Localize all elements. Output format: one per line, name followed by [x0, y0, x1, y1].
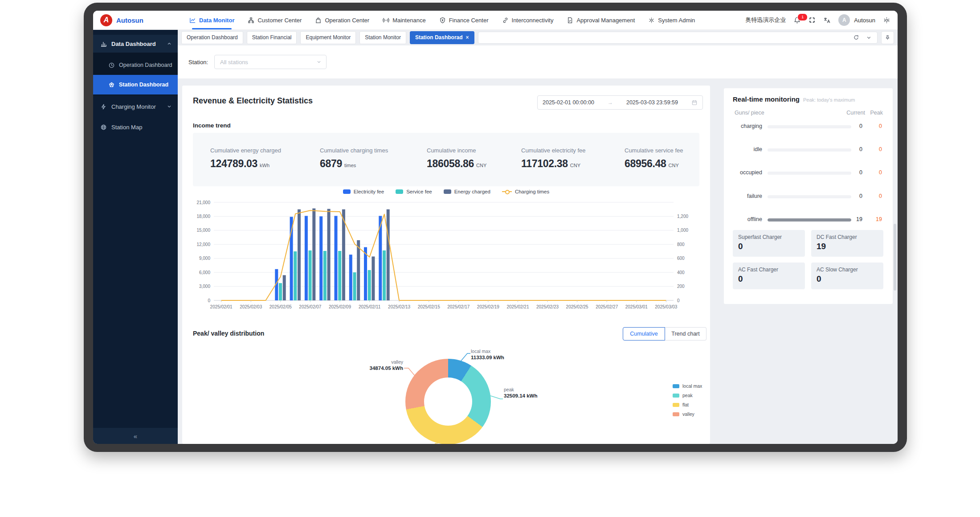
station-filter-label: Station: — [188, 45, 208, 78]
swatch-icon — [396, 189, 403, 194]
tab-options-button[interactable] — [866, 35, 872, 41]
pin-icon — [885, 35, 890, 41]
card-ac-slow-charger: AC Slow Charger 0 — [811, 263, 883, 289]
monitor-row-occupied: occupied 0 0 — [724, 169, 893, 177]
stat-income: Cumulative income 186058.86CNY — [427, 147, 486, 170]
fullscreen-button[interactable] — [808, 16, 816, 24]
tab-station-dashboard[interactable]: Station Dashborad × — [410, 31, 474, 44]
monitoring-title: Real-time monitoring — [733, 95, 800, 103]
chevron-down-icon — [866, 35, 872, 41]
gem-icon — [108, 82, 115, 88]
sidebar-item-charging-monitor[interactable]: Charging Monitor — [93, 97, 178, 116]
legend-service-fee[interactable]: Service fee — [396, 189, 432, 194]
stat-electricity-fee: Cumulative electricity fee 117102.38CNY — [521, 147, 586, 170]
legend-local-max[interactable]: local max — [673, 383, 702, 389]
tab-station-monitor[interactable]: Station Monitor — [359, 31, 406, 44]
svg-text:2025/02/15: 2025/02/15 — [418, 304, 440, 309]
station-select-placeholder: All stations — [220, 59, 248, 66]
chevron-down-icon — [167, 104, 172, 109]
tab-station-financial[interactable]: Station Financial — [247, 31, 297, 44]
navbar-right-cluster: 奥特迅演示企业 1 A Autosun — [745, 11, 890, 29]
nav-item-operation-center[interactable]: Operation Center — [315, 11, 369, 29]
chevron-up-icon — [167, 41, 172, 46]
svg-text:2025/02/23: 2025/02/23 — [536, 304, 559, 309]
svg-text:2025/02/17: 2025/02/17 — [447, 304, 470, 309]
bag-icon — [315, 17, 322, 24]
close-icon[interactable]: × — [466, 34, 469, 41]
nav-item-customer-center[interactable]: Customer Center — [248, 11, 302, 29]
peak-valley-title: Peak/ valley distribution — [193, 330, 264, 337]
legend-peak[interactable]: peak — [673, 393, 702, 398]
tab-toolbar — [478, 32, 878, 44]
callout-valley: valley 34874.05 kWh — [343, 359, 403, 371]
svg-text:800: 800 — [677, 242, 685, 247]
stat-energy-charged: Cumulative energy charged 124789.03kWh — [210, 147, 281, 170]
svg-text:600: 600 — [677, 256, 685, 261]
legend-flat[interactable]: flat — [673, 402, 702, 407]
income-trend-chart: 003,0002006,0004009,00060012,00080015,00… — [185, 198, 702, 315]
trend-chart-button[interactable]: Trend chart — [665, 327, 706, 341]
sidebar-item-operation-dashboard[interactable]: Operation Dashboard — [93, 55, 178, 75]
gear-icon — [883, 16, 890, 24]
fullscreen-icon — [808, 16, 816, 24]
clock-pie-icon — [108, 62, 115, 69]
notification-bell[interactable]: 1 — [793, 16, 801, 24]
gear-icon — [648, 17, 655, 24]
nav-item-interconnectivity[interactable]: Interconnectivity — [502, 11, 554, 29]
date-range-picker[interactable]: 2025-02-01 00:00:00 → 2025-03-03 23:59:5… — [537, 95, 703, 110]
nav-item-maintenance[interactable]: Maintenance — [383, 11, 425, 29]
swatch-icon — [673, 384, 679, 388]
nav-item-approval-management[interactable]: Approval Management — [567, 11, 635, 29]
svg-text:400: 400 — [677, 270, 685, 275]
settings-button[interactable] — [883, 16, 890, 24]
progress-bar — [768, 172, 851, 175]
station-select[interactable]: All stations — [214, 55, 327, 69]
top-navbar: A Autosun Data Monitor Customer Center O… — [93, 11, 898, 30]
date-end: 2025-03-03 23:59:59 — [626, 99, 678, 106]
refresh-button[interactable] — [853, 34, 859, 41]
income-trend-title: Income trend — [193, 122, 231, 129]
calendar-icon — [691, 99, 698, 106]
logo-icon: A — [100, 14, 112, 26]
language-button[interactable] — [823, 16, 831, 24]
sidebar-item-station-dashboard[interactable]: Station Dashborad — [93, 75, 178, 94]
svg-text:15,000: 15,000 — [196, 228, 210, 233]
sitemap-icon — [248, 17, 254, 24]
svg-text:0: 0 — [677, 298, 680, 303]
cumulative-button[interactable]: Cumulative — [623, 327, 665, 341]
monitoring-header: Guns/ piece Current Peak — [724, 110, 893, 117]
pin-button[interactable] — [881, 31, 894, 44]
svg-text:3,000: 3,000 — [199, 284, 210, 289]
sidebar-collapse-button[interactable]: « — [93, 428, 178, 444]
monitor-row-idle: idle 0 0 — [724, 146, 893, 154]
tab-equipment-monitor[interactable]: Equipment Monitor — [300, 31, 356, 44]
svg-text:2025/02/09: 2025/02/09 — [329, 304, 351, 309]
svg-text:12,000: 12,000 — [196, 242, 210, 247]
tab-operation-dashboard[interactable]: Operation Dashboard — [181, 31, 243, 44]
progress-bar — [768, 218, 851, 222]
user-avatar[interactable]: A — [838, 14, 850, 26]
sidebar-item-station-map[interactable]: Station Map — [93, 118, 178, 136]
svg-text:21,000: 21,000 — [196, 200, 210, 205]
translate-icon — [823, 16, 831, 24]
nav-item-system-admin[interactable]: System Admin — [648, 11, 695, 29]
income-chart-legend: Electricity fee Service fee Energy charg… — [182, 189, 710, 194]
brand-logo[interactable]: A Autosun — [100, 11, 143, 29]
nav-item-finance-center[interactable]: Finance Center — [439, 11, 489, 29]
nav-item-data-monitor[interactable]: Data Monitor — [189, 11, 234, 29]
legend-electricity-fee[interactable]: Electricity fee — [343, 189, 384, 194]
svg-text:2025/02/27: 2025/02/27 — [596, 304, 618, 309]
signal-icon — [383, 17, 389, 24]
legend-charging-times[interactable]: Charging times — [502, 189, 549, 194]
svg-text:18,000: 18,000 — [196, 214, 210, 219]
chevron-down-icon — [316, 59, 322, 65]
legend-valley[interactable]: valley — [673, 411, 702, 417]
legend-energy-charged[interactable]: Energy charged — [444, 189, 490, 194]
monitoring-subtitle: Peak: today's maximum — [803, 97, 855, 103]
scrollbar-thumb[interactable] — [894, 224, 896, 291]
svg-text:2025/03/03: 2025/03/03 — [655, 304, 677, 309]
stat-charging-times: Cumulative charging times 6879times — [320, 147, 388, 170]
realtime-monitoring-card: Real-time monitoring Peak: today's maxim… — [724, 88, 893, 304]
sidebar-group-data-dashboard[interactable]: Data Dashboard — [93, 35, 178, 53]
svg-text:9,000: 9,000 — [199, 256, 210, 261]
